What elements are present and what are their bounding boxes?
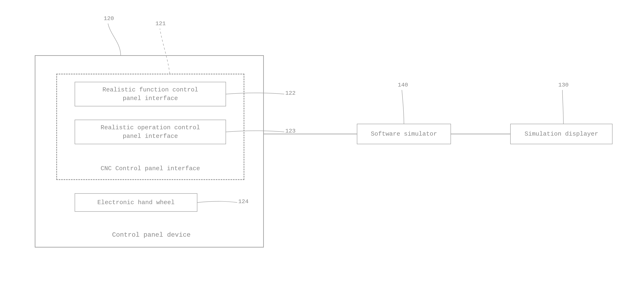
hand-wheel-label: Electronic hand wheel	[97, 198, 175, 207]
ref-124: 124	[238, 198, 248, 205]
diagram-canvas: Control panel device CNC Control panel i…	[0, 0, 644, 297]
realistic-operation-box: Realistic operation control panel interf…	[75, 120, 226, 144]
ref-140: 140	[398, 82, 408, 88]
ref-130: 130	[558, 82, 568, 88]
ref-123: 123	[285, 128, 296, 134]
simulation-displayer-label: Simulation displayer	[524, 130, 598, 138]
software-simulator-label: Software simulator	[371, 130, 437, 138]
realistic-operation-label: Realistic operation control panel interf…	[100, 123, 200, 140]
ref-122: 122	[285, 90, 296, 96]
ref-121: 121	[156, 20, 166, 27]
realistic-function-box: Realistic function control panel interfa…	[75, 82, 226, 106]
simulation-displayer-box: Simulation displayer	[510, 124, 612, 144]
realistic-function-label: Realistic function control panel interfa…	[102, 86, 198, 103]
software-simulator-box: Software simulator	[357, 124, 451, 144]
control-panel-device-label: Control panel device	[108, 231, 194, 239]
hand-wheel-box: Electronic hand wheel	[75, 193, 197, 212]
ref-120: 120	[104, 15, 114, 22]
cnc-interface-label: CNC Control panel interface	[93, 165, 208, 172]
